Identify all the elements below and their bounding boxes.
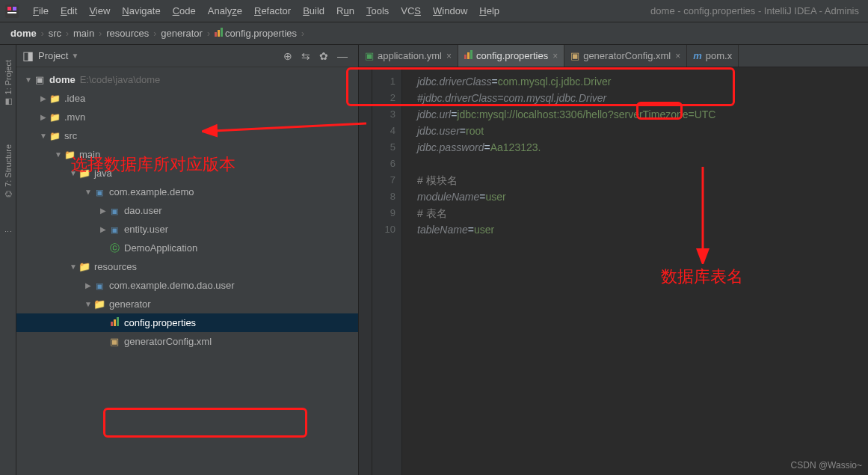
line-gutter[interactable]: 123 456 789 10	[372, 67, 402, 475]
menu-window[interactable]: Window	[427, 5, 473, 16]
expand-arrow-icon[interactable]: ▼	[84, 300, 93, 308]
spring-boot-icon: ⓒ	[108, 242, 121, 255]
close-tab-icon[interactable]: ×	[675, 51, 680, 61]
menu-analyze[interactable]: Analyze	[202, 5, 248, 16]
crumb-config[interactable]: config.properties	[225, 28, 297, 39]
tree-java[interactable]: ▼ 📁 java	[16, 164, 358, 183]
expand-arrow-icon[interactable]: ▼	[69, 263, 78, 271]
expand-arrow-icon[interactable]: ▶	[39, 113, 48, 121]
code-line-7: # 模块名	[417, 172, 868, 189]
code-line-1: jdbc.driverClass=com.mysql.cj.jdbc.Drive…	[417, 73, 868, 90]
expand-arrow-icon[interactable]: ▶	[39, 94, 48, 102]
maven-file-icon: m	[693, 50, 702, 61]
menu-refactor[interactable]: Refactor	[248, 5, 297, 16]
tree-mvn[interactable]: ▶ .mvn	[16, 108, 358, 126]
project-tree[interactable]: ▼ ▣ dome E:\code\java\dome ▶ .idea ▶ .mv…	[16, 67, 358, 475]
code-line-4: jdbc.user=root	[417, 123, 868, 139]
annotation-box-tree	[103, 408, 307, 438]
tree-config-properties[interactable]: config.properties	[16, 313, 358, 332]
crumb-dome[interactable]: dome	[10, 28, 37, 39]
tree-main[interactable]: ▼ main	[16, 145, 358, 164]
crumb-generator[interactable]: generator	[161, 28, 203, 39]
tree-generator-xml[interactable]: ▣ generatorConfig.xml	[16, 332, 358, 351]
chevron-right-icon: ›	[94, 28, 106, 39]
dropdown-icon[interactable]: ▼	[71, 52, 79, 60]
properties-file-icon	[215, 28, 223, 39]
tree-src[interactable]: ▼ src	[16, 126, 358, 145]
select-opened-file-icon[interactable]: ⊕	[279, 50, 297, 62]
toolwindow-structure[interactable]: ⌬7: Structure	[3, 137, 13, 205]
app-logo-icon	[4, 4, 19, 19]
menu-edit[interactable]: Edit	[55, 5, 83, 16]
code-editor[interactable]: 123 456 789 10 jdbc.driverClass=com.mysq…	[359, 67, 868, 475]
menu-build[interactable]: Build	[297, 5, 330, 16]
expand-arrow-icon[interactable]: ▼	[24, 76, 33, 84]
menu-navigate[interactable]: Navigate	[116, 5, 166, 16]
tree-idea[interactable]: ▶ .idea	[16, 89, 358, 108]
tab-generator-config-xml[interactable]: ▣ generatorConfig.xml ×	[564, 45, 687, 67]
expand-arrow-icon[interactable]: ▼	[54, 150, 63, 159]
tree-root[interactable]: ▼ ▣ dome E:\code\java\dome	[16, 70, 358, 89]
tool-window-bar: ◨1: Project ⌬7: Structure ⋮	[0, 45, 16, 475]
menu-run[interactable]: Run	[330, 5, 360, 16]
settings-gear-icon[interactable]: ✿	[315, 50, 333, 62]
tree-resources[interactable]: ▼ 📁 resources	[16, 257, 358, 276]
toolwindow-project[interactable]: ◨1: Project	[3, 52, 13, 114]
expand-arrow-icon[interactable]: ▶	[99, 225, 108, 233]
expand-arrow-icon[interactable]: ▼	[39, 132, 48, 140]
svg-rect-0	[5, 4, 19, 18]
collapse-all-icon[interactable]: ⇆	[297, 50, 315, 62]
code-line-2: #jdbc.driverClass=com.mysql.jdbc.Driver	[417, 90, 868, 106]
chevron-right-icon: ›	[61, 28, 73, 39]
project-view-label[interactable]: Project	[38, 50, 68, 61]
tree-demoapp[interactable]: ⓒ DemoApplication	[16, 239, 358, 257]
properties-file-icon	[464, 50, 473, 61]
crumb-resources[interactable]: resources	[106, 28, 149, 39]
expand-arrow-icon[interactable]: ▶	[84, 281, 93, 289]
tree-generator[interactable]: ▼ 📁 generator	[16, 295, 358, 313]
code-content[interactable]: jdbc.driverClass=com.mysql.cj.jdbc.Drive…	[402, 67, 868, 475]
tree-entity[interactable]: ▶ entity.user	[16, 220, 358, 239]
chevron-right-icon: ›	[149, 28, 161, 39]
crumb-src[interactable]: src	[49, 28, 61, 39]
resources-folder-icon: 📁	[78, 261, 91, 272]
toolwindow-extra[interactable]: ⋮	[3, 220, 13, 243]
expand-arrow-icon[interactable]: ▶	[99, 206, 108, 215]
folder-icon	[63, 149, 76, 160]
project-panel-header: ◨ Project ▼ ⊕ ⇆ ✿ —	[16, 45, 358, 67]
code-line-8: moduleName=user	[417, 189, 868, 205]
yml-file-icon: ▣	[365, 50, 374, 61]
tree-root-path: E:\code\java\dome	[80, 74, 161, 85]
menu-view[interactable]: View	[83, 5, 116, 16]
tab-pom-xml[interactable]: m pom.x	[687, 45, 739, 67]
menu-tools[interactable]: Tools	[360, 5, 395, 16]
package-icon	[108, 205, 121, 216]
watermark: CSDN @Wassio~	[791, 460, 862, 471]
tree-pkg[interactable]: ▼ com.example.demo	[16, 183, 358, 201]
menu-help[interactable]: Help	[473, 5, 505, 16]
tab-config-properties[interactable]: config.properties ×	[458, 45, 564, 67]
tree-root-name: dome	[49, 74, 76, 85]
menu-code[interactable]: Code	[167, 5, 202, 16]
menu-vcs[interactable]: VCS	[395, 5, 427, 16]
code-line-5: jdbc.password=Aa123123.	[417, 139, 868, 156]
expand-arrow-icon[interactable]: ▼	[84, 188, 93, 196]
chevron-right-icon: ›	[297, 28, 309, 39]
expand-arrow-icon[interactable]: ▼	[69, 169, 78, 177]
project-panel: ◨ Project ▼ ⊕ ⇆ ✿ — ▼ ▣ dome E:\code\jav…	[16, 45, 359, 475]
code-line-3: jdbc.url=jdbc:mysql://localhost:3306/hel…	[417, 106, 868, 123]
package-icon	[108, 224, 121, 235]
tree-dao[interactable]: ▶ dao.user	[16, 201, 358, 220]
xml-file-icon: ▣	[108, 336, 121, 347]
window-title: dome - config.properties - IntelliJ IDEA…	[650, 5, 864, 16]
folder-icon	[48, 111, 61, 123]
close-tab-icon[interactable]: ×	[446, 51, 452, 61]
code-line-6	[417, 156, 868, 172]
menu-bar: File Edit View Navigate Code Analyze Ref…	[0, 0, 868, 22]
hide-panel-icon[interactable]: —	[333, 50, 352, 62]
menu-file[interactable]: File	[27, 5, 55, 16]
crumb-main[interactable]: main	[73, 28, 94, 39]
close-tab-icon[interactable]: ×	[552, 51, 558, 61]
tree-daouser-pkg[interactable]: ▶ com.example.demo.dao.user	[16, 276, 358, 295]
tab-application-yml[interactable]: ▣ application.yml ×	[359, 45, 458, 67]
